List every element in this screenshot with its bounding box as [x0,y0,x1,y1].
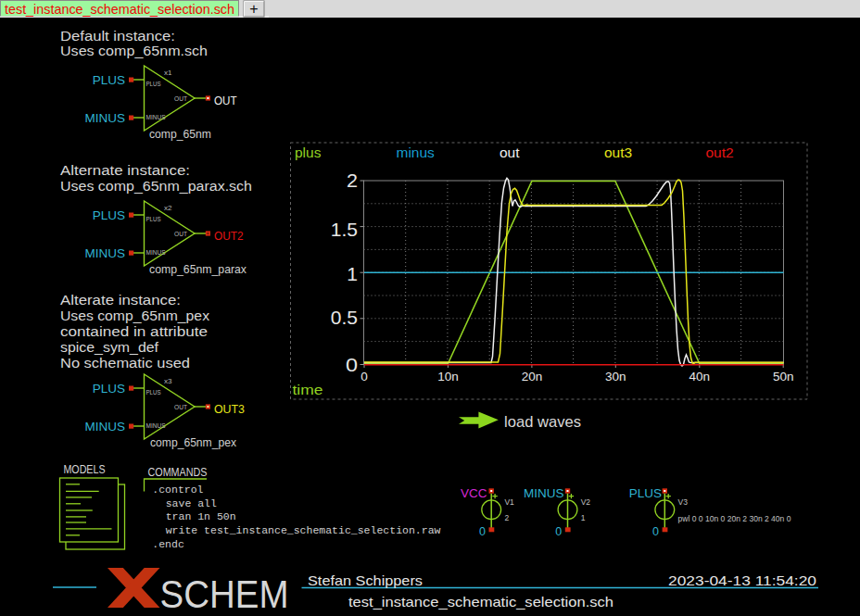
svg-text:0: 0 [652,525,659,538]
svg-text:MODELS: MODELS [64,463,106,476]
svg-text:Alterate instance:: Alterate instance: [60,293,181,308]
svg-text:OUT: OUT [174,403,187,411]
svg-text:.endc: .endc [152,538,184,550]
svg-text:out3: out3 [604,145,632,160]
svg-text:x1: x1 [164,69,172,77]
svg-text:MINUS: MINUS [146,421,166,430]
svg-text:OUT: OUT [174,230,187,238]
svg-text:10n: 10n [437,370,459,383]
svg-text:Stefan Schippers: Stefan Schippers [308,572,423,588]
svg-text:V3: V3 [678,497,689,507]
svg-text:comp_65nm: comp_65nm [149,127,211,141]
svg-text:Alternate instance:: Alternate instance: [60,163,190,178]
svg-text:2: 2 [504,513,509,522]
svg-text:time: time [293,382,323,397]
svg-text:plus: plus [295,145,322,160]
svg-text:.control: .control [152,484,203,496]
svg-text:save all: save all [166,497,217,509]
svg-text:2: 2 [347,170,358,191]
svg-text:Uses comp_65nm.sch: Uses comp_65nm.sch [60,44,208,58]
svg-text:MINUS: MINUS [85,246,126,260]
svg-text:test_instance_schematic_select: test_instance_schematic_selection.sch [348,594,613,610]
svg-text:MINUS: MINUS [85,111,126,125]
svg-text:PLUS: PLUS [629,486,662,500]
svg-text:PLUS: PLUS [93,382,125,396]
svg-text:write test_instance_schematic_: write test_instance_schematic_selection.… [166,524,441,536]
svg-text:1: 1 [347,263,358,284]
svg-text:1.5: 1.5 [331,219,358,240]
svg-text:PLUS: PLUS [93,208,125,222]
svg-text:V2: V2 [581,497,591,507]
svg-text:+: + [249,1,258,17]
svg-text:SCHEM: SCHEM [160,572,289,616]
svg-text:PLUS: PLUS [146,215,161,223]
svg-text:PLUS: PLUS [93,73,125,87]
svg-text:PLUS: PLUS [146,80,161,88]
svg-text:MINUS: MINUS [146,248,166,257]
svg-text:30n: 30n [605,370,626,383]
svg-text:out: out [500,145,520,160]
svg-text:comp_65nm_parax: comp_65nm_parax [149,262,247,276]
svg-text:0.5: 0.5 [331,307,358,328]
svg-text:VCC: VCC [461,486,487,500]
svg-text:MINUS: MINUS [146,113,166,121]
svg-text:OUT: OUT [214,94,237,107]
svg-text:V1: V1 [504,497,514,507]
svg-text:0: 0 [479,525,486,538]
svg-text:tran 1n 50n: tran 1n 50n [166,510,236,522]
svg-text:MINUS: MINUS [85,420,126,434]
svg-text:load waves: load waves [504,413,581,431]
svg-text:2023-04-13 11:54:20: 2023-04-13 11:54:20 [668,572,816,588]
svg-text:40n: 40n [689,370,711,383]
svg-text:comp_65nm_pex: comp_65nm_pex [150,435,236,449]
svg-text:contained in attribute: contained in attribute [60,324,208,339]
svg-text:minus: minus [397,145,436,160]
svg-text:OUT2: OUT2 [214,229,244,243]
svg-text:0: 0 [555,525,562,538]
svg-text:1: 1 [581,513,586,522]
svg-text:out2: out2 [706,145,734,160]
svg-text:0: 0 [346,354,358,375]
svg-text:Uses comp_65nm_parax.sch: Uses comp_65nm_parax.sch [60,179,252,194]
svg-text:test_instance_schematic_select: test_instance_schematic_selection.sch [5,1,234,17]
svg-text:Default instance:: Default instance: [60,29,175,44]
svg-text:spice_sym_def: spice_sym_def [60,340,158,355]
svg-text:COMMANDS: COMMANDS [148,466,208,479]
svg-text:50n: 50n [773,370,794,383]
svg-text:Uses comp_65nm_pex: Uses comp_65nm_pex [60,308,209,323]
svg-text:PLUS: PLUS [146,388,161,396]
svg-text:MINUS: MINUS [524,486,564,500]
svg-text:pwl 0 0 10n 0 20n 2 30n 2 40n: pwl 0 0 10n 0 20n 2 30n 2 40n 0 [678,514,791,523]
svg-text:No schematic used: No schematic used [60,356,190,371]
svg-text:0: 0 [360,370,368,383]
svg-text:OUT3: OUT3 [214,402,245,416]
svg-text:OUT: OUT [174,94,187,103]
svg-text:20n: 20n [522,370,543,383]
svg-text:x3: x3 [164,377,172,385]
svg-text:x2: x2 [164,204,172,212]
